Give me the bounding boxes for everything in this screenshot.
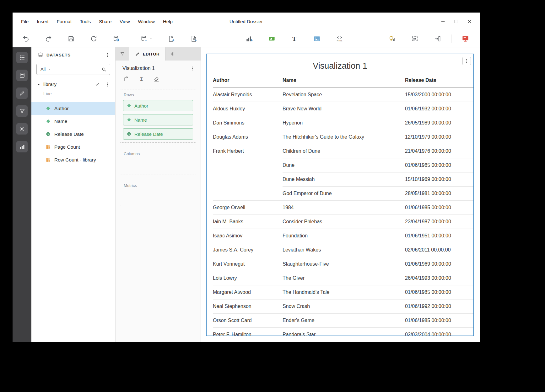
caret-down-icon[interactable] [37,83,40,86]
save-button[interactable] [64,32,78,45]
datasets-panel-menu-icon[interactable] [105,52,110,58]
cell-name[interactable]: Slaughterhouse-Five [283,257,405,271]
undo-button[interactable] [19,32,33,45]
cell-name[interactable]: Leviathan Wakes [283,243,405,257]
cell-release-date[interactable]: 01/06/1932 00:00:00 [405,102,473,116]
menu-share[interactable]: Share [95,13,116,30]
dataset-field-name[interactable]: Name [31,115,115,128]
cell-author[interactable]: Margaret Atwood [213,285,283,299]
dataset-search-bar[interactable]: All [36,64,110,75]
chevron-down-icon[interactable] [48,67,51,71]
swap-axes-icon[interactable] [123,76,130,82]
zone-columns[interactable]: Columns [120,148,196,174]
cell-release-date[interactable]: 26/04/1993 00:00:00 [405,271,473,285]
cell-name[interactable]: The Hitchhiker's Guide to the Galaxy [283,130,405,144]
tab-editor[interactable]: EDITOR [129,47,165,61]
cell-release-date[interactable]: 21/04/1976 00:00:00 [405,144,473,158]
cell-name[interactable]: Hyperion [283,116,405,130]
redo-button[interactable] [41,32,55,45]
dataset-field-row-count-library[interactable]: Row Count - library [31,153,115,166]
close-button[interactable] [467,19,472,24]
dataset-field-page-count[interactable]: Page Count [31,140,115,153]
cell-release-date[interactable]: 01/06/1992 00:00:00 [405,299,473,314]
cell-author[interactable]: Kurt Vonnegut [213,257,283,271]
insights-button[interactable] [385,32,399,45]
column-header-release-date[interactable]: Release Date [405,75,473,88]
insert-visualization-button[interactable] [242,32,256,45]
rail-format[interactable] [16,87,28,99]
presentation-mode-button[interactable] [458,32,472,45]
search-icon[interactable] [101,67,107,72]
insert-text-button[interactable]: T [287,32,301,45]
add-page-button[interactable] [164,32,178,45]
menu-view[interactable]: View [116,13,134,30]
cell-name[interactable]: Foundation [283,229,405,243]
visualization-container[interactable]: Visualization 1 AuthorNameRelease DateAl… [206,54,474,336]
group-selection-button[interactable] [408,32,422,45]
rail-contents[interactable] [16,52,28,63]
cell-name[interactable]: Revelation Space [283,88,405,102]
clear-icon[interactable] [153,76,160,82]
dataset-field-release-date[interactable]: Release Date [31,128,115,140]
cell-release-date[interactable]: 01/06/1969 00:00:00 [405,257,473,271]
dataset-menu-icon[interactable] [105,82,110,87]
cell-author[interactable]: George Orwell [213,201,283,215]
cell-author[interactable] [213,187,283,201]
cell-release-date[interactable]: 26/05/1989 00:00:00 [405,116,473,130]
chip-author[interactable]: Author [123,100,193,111]
refresh-button[interactable] [87,32,100,45]
cell-author[interactable]: Orson Scott Card [213,314,283,328]
chip-release-date[interactable]: Release Date [123,128,193,140]
totals-icon[interactable]: Σ [138,76,145,82]
cell-author[interactable]: Dan Simmons [213,116,283,130]
rail-filter[interactable] [16,105,28,117]
maximize-button[interactable] [453,19,459,24]
insert-image-button[interactable] [310,32,324,45]
cell-release-date[interactable]: 02/03/2004 00:00:00 [405,328,473,336]
cell-name[interactable]: 1984 [283,201,405,215]
cell-release-date[interactable]: 15/10/1969 00:00:00 [405,172,473,187]
cell-release-date[interactable]: 02/06/2011 00:00:00 [405,243,473,257]
cell-release-date[interactable]: 15/03/2000 00:00:00 [405,88,473,102]
cell-author[interactable]: James S.A. Corey [213,243,283,257]
cell-author[interactable]: Lois Lowry [213,271,283,285]
cell-name[interactable]: Dune [283,158,405,172]
cell-release-date[interactable]: 01/06/1985 00:00:00 [405,285,473,299]
cell-author[interactable]: Peter F. Hamilton [213,328,283,336]
cell-author[interactable]: Isaac Asimov [213,229,283,243]
cell-release-date[interactable]: 01/06/1965 00:00:00 [405,158,473,172]
add-data-button[interactable] [137,32,155,45]
editor-viz-menu-icon[interactable] [190,66,195,71]
cell-author[interactable]: Douglas Adams [213,130,283,144]
cell-release-date[interactable]: 01/06/1951 00:00:00 [405,229,473,243]
minimize-button[interactable] [440,19,446,24]
cell-author[interactable] [213,172,283,187]
cell-release-date[interactable]: 12/10/1979 00:00:00 [405,130,473,144]
dataset-field-author[interactable]: Author [31,102,115,115]
column-header-name[interactable]: Name [283,75,405,88]
menu-format[interactable]: Format [53,13,76,30]
insert-filter-button[interactable] [265,32,278,45]
cell-name[interactable]: God Emperor of Dune [283,187,405,201]
cell-release-date[interactable]: 01/06/1985 00:00:00 [405,314,473,328]
menu-tools[interactable]: Tools [76,13,95,30]
menu-insert[interactable]: Insert [33,13,53,30]
cell-author[interactable]: Alastair Reynolds [213,88,283,102]
zone-metrics[interactable]: Metrics [120,180,196,206]
cell-author[interactable] [213,158,283,172]
rail-visualizations[interactable] [16,141,28,152]
add-chapter-button[interactable] [187,32,201,45]
cell-name[interactable]: Children of Dune [283,144,405,158]
visualization-menu-button[interactable] [462,57,471,65]
cell-release-date[interactable]: 23/04/1987 00:00:00 [405,215,473,229]
cell-name[interactable]: Consider Phlebas [283,215,405,229]
menu-file[interactable]: File [17,13,33,30]
menu-window[interactable]: Window [134,13,159,30]
zone-rows[interactable]: RowsAuthorNameRelease Date [120,89,196,143]
dataset-status-button[interactable] [109,32,123,45]
cell-name[interactable]: Dune Messiah [283,172,405,187]
cell-author[interactable]: Iain M. Banks [213,215,283,229]
dock-panel-button[interactable] [430,32,444,45]
cell-name[interactable]: The Handmaid's Tale [283,285,405,299]
tab-settings[interactable] [165,47,179,61]
